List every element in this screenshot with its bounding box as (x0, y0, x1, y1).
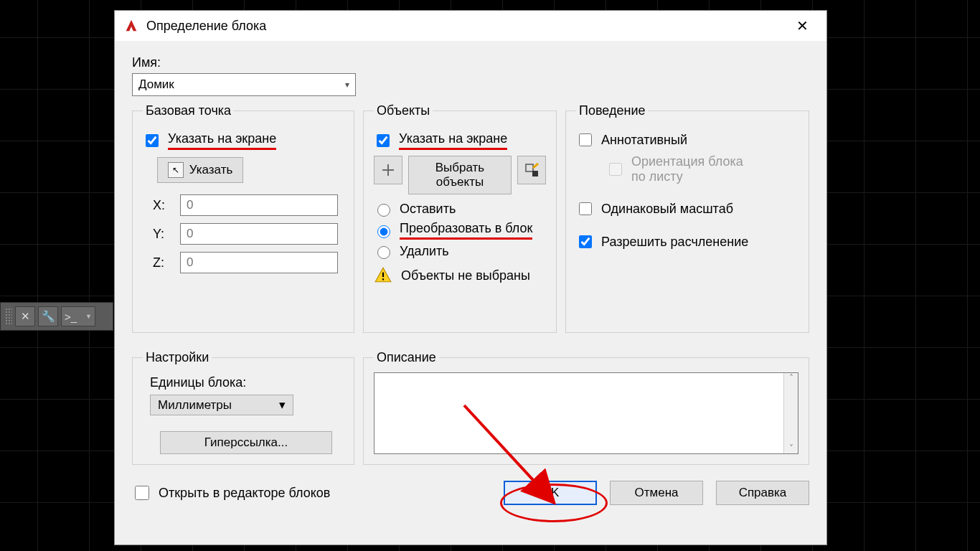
orientation-input (609, 163, 622, 176)
toolbar-close-button[interactable]: ✕ (15, 306, 35, 326)
chevron-down-icon: ▾ (345, 80, 349, 90)
open-in-editor-checkbox[interactable]: Открыть в редакторе блоков (132, 484, 330, 502)
select-objects-label-2: объекты (436, 175, 484, 189)
radio-convert-label: Преобразовать в блок (400, 221, 532, 240)
dropdown-icon: ▼ (85, 313, 92, 320)
block-name-combo[interactable]: Домик ▾ (132, 73, 356, 96)
description-textarea[interactable]: ˄ ˅ (374, 372, 798, 454)
svg-rect-1 (382, 273, 384, 278)
settings-legend: Настройки (143, 350, 212, 365)
block-definition-dialog: Определение блока ✕ Имя: Домик ▾ Базовая… (114, 10, 827, 545)
objects-group: Объекты Указать на экране Выбрать объект… (363, 103, 557, 333)
base-point-legend: Базовая точка (143, 103, 234, 118)
y-input[interactable] (180, 223, 338, 245)
svg-rect-0 (532, 171, 538, 176)
hyperlink-label: Гиперссылка... (204, 435, 288, 450)
radio-keep-label: Оставить (400, 202, 456, 217)
description-scrollbar[interactable]: ˄ ˅ (783, 373, 798, 453)
radio-delete-label: Удалить (400, 244, 449, 259)
floating-toolbar: ✕ 🔧 >_ ▼ (0, 302, 113, 331)
allow-explode-input[interactable] (579, 235, 592, 248)
select-objects-label-1: Выбрать (435, 161, 484, 175)
ok-button[interactable]: OK (504, 481, 597, 505)
description-legend: Описание (374, 350, 439, 365)
z-input[interactable] (180, 252, 338, 273)
toolbar-command-button[interactable]: >_ ▼ (61, 306, 95, 326)
x-label: X: (153, 198, 170, 213)
radio-keep-input[interactable] (377, 204, 390, 217)
uniform-scale-input[interactable] (579, 202, 592, 215)
dialog-close-button[interactable]: ✕ (786, 11, 818, 41)
no-objects-warning-text: Объекты не выбраны (401, 268, 530, 283)
toolbar-wrench-button[interactable]: 🔧 (38, 306, 58, 326)
name-label: Имя: (132, 55, 809, 70)
name-section: Имя: Домик ▾ (132, 55, 809, 96)
allow-explode-checkbox[interactable]: Разрешить расчленение (576, 233, 798, 250)
pick-point-icon: ↖ (168, 162, 184, 178)
dialog-titlebar: Определение блока ✕ (115, 11, 826, 41)
base-specify-onscreen-input[interactable] (146, 134, 159, 147)
autocad-app-icon (123, 18, 139, 34)
allow-explode-label: Разрешить расчленение (601, 235, 748, 250)
command-prompt-icon: >_ (65, 311, 77, 323)
no-objects-warning: Объекты не выбраны (374, 266, 546, 285)
help-button[interactable]: Справка (716, 481, 809, 505)
pick-point-label: Указать (189, 163, 233, 177)
select-objects-button[interactable]: Выбрать объекты (408, 156, 512, 194)
uniform-scale-label: Одинаковый масштаб (601, 202, 733, 217)
chevron-down-icon: ▾ (279, 397, 286, 413)
objects-specify-onscreen-label: Указать на экране (399, 131, 507, 150)
objects-specify-onscreen-checkbox[interactable]: Указать на экране (374, 131, 546, 150)
y-label: Y: (153, 227, 170, 242)
radio-convert-input[interactable] (377, 225, 390, 238)
orientation-checkbox: Ориентация блока по листу (606, 154, 798, 184)
behavior-legend: Поведение (576, 103, 648, 118)
cancel-button[interactable]: Отмена (610, 481, 703, 505)
radio-keep[interactable]: Оставить (374, 202, 546, 217)
behavior-group: Поведение Аннотативный Ориентация блока … (565, 103, 809, 333)
annotative-label: Аннотативный (601, 133, 687, 148)
scroll-up-icon[interactable]: ˄ (789, 373, 793, 383)
radio-delete[interactable]: Удалить (374, 244, 546, 259)
description-group: Описание ˄ ˅ (363, 350, 809, 465)
open-in-editor-input[interactable] (135, 486, 149, 500)
pick-point-button[interactable]: ↖ Указать (157, 157, 243, 183)
block-name-value: Домик (138, 77, 174, 92)
objects-legend: Объекты (374, 103, 433, 118)
open-in-editor-label: Открыть в редакторе блоков (159, 486, 330, 501)
base-specify-onscreen-checkbox[interactable]: Указать на экране (143, 131, 344, 150)
dialog-title: Определение блока (146, 19, 266, 34)
base-point-group: Базовая точка Указать на экране ↖ Указат… (132, 103, 354, 333)
toolbar-grip-icon[interactable] (5, 308, 12, 325)
radio-convert[interactable]: Преобразовать в блок (374, 221, 546, 240)
scroll-down-icon[interactable]: ˅ (789, 443, 793, 453)
units-value: Миллиметры (158, 398, 232, 413)
select-objects-icon-button[interactable] (374, 156, 402, 184)
warning-icon (374, 266, 392, 285)
z-label: Z: (153, 255, 170, 270)
base-specify-onscreen-label: Указать на экране (168, 131, 276, 150)
crosshair-icon (381, 163, 395, 177)
orientation-label: Ориентация блока по листу (631, 154, 743, 184)
uniform-scale-checkbox[interactable]: Одинаковый масштаб (576, 200, 798, 217)
units-label: Единицы блока: (150, 375, 344, 390)
annotative-checkbox[interactable]: Аннотативный (576, 131, 798, 149)
hyperlink-button[interactable]: Гиперссылка... (160, 431, 332, 454)
quick-select-icon (524, 162, 540, 178)
units-combo[interactable]: Миллиметры ▾ (150, 395, 293, 415)
radio-delete-input[interactable] (377, 246, 390, 259)
dialog-footer: Открыть в редакторе блоков OK Отмена Спр… (132, 481, 809, 505)
svg-rect-2 (382, 278, 384, 280)
annotative-input[interactable] (579, 133, 592, 146)
objects-specify-onscreen-input[interactable] (377, 134, 390, 147)
x-input[interactable] (180, 194, 338, 216)
quick-select-button[interactable] (517, 156, 546, 184)
settings-group: Настройки Единицы блока: Миллиметры ▾ Ги… (132, 350, 354, 465)
